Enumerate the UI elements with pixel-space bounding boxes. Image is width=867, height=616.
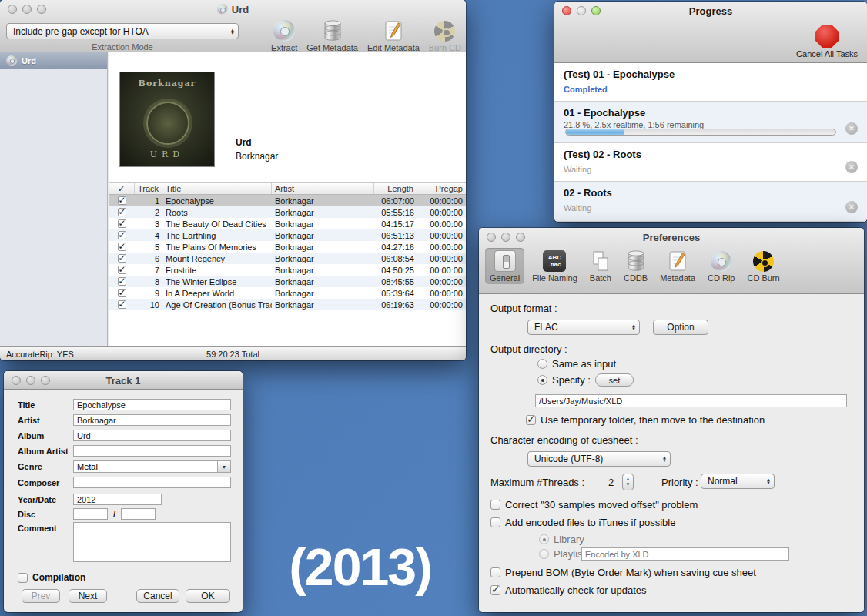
table-row[interactable]: 7 Frostrite Borknagar 04:50:25 00:00:00 <box>109 264 466 276</box>
close-button[interactable] <box>487 233 496 242</box>
compilation-checkbox[interactable]: Compilation <box>18 572 85 583</box>
close-button[interactable] <box>8 5 17 14</box>
year-field[interactable] <box>73 494 162 505</box>
task-item: (Test) 02 - Roots Waiting ✕ <box>554 143 867 182</box>
edit-metadata-button[interactable]: Edit Metadata <box>367 20 420 52</box>
prepend-bom-checkbox[interactable]: Prepend BOM (Byte Order Mark) when savin… <box>490 567 756 578</box>
database-icon <box>323 20 343 42</box>
same-as-input-radio[interactable]: Same as input <box>537 358 616 370</box>
library-radio[interactable]: Library <box>539 534 584 545</box>
disc-number-field[interactable] <box>73 508 108 520</box>
minimize-button[interactable] <box>26 376 35 385</box>
header-length[interactable]: Length <box>374 183 417 194</box>
burn-cd-button[interactable]: Burn CD <box>429 20 461 52</box>
close-button[interactable] <box>12 376 21 385</box>
extraction-mode-popup[interactable]: Include pre-gap except for HTOA ▲▼ <box>6 23 239 39</box>
output-path-field[interactable] <box>535 394 847 407</box>
minimize-button[interactable] <box>577 6 586 15</box>
composer-field[interactable] <box>73 477 231 488</box>
specify-radio[interactable]: Specify : set <box>537 373 634 387</box>
header-check[interactable]: ✓ <box>109 183 135 194</box>
auto-update-checkbox[interactable]: Automatically check for updates <box>490 584 647 596</box>
row-checkbox[interactable] <box>118 208 126 216</box>
table-row[interactable]: 9 In A Deeper World Borknagar 05:39:64 0… <box>109 287 466 299</box>
threads-stepper[interactable]: ▲▼ <box>622 474 634 490</box>
table-row[interactable]: 5 The Plains Of Memories Borknagar 04:27… <box>109 241 466 253</box>
cuesheet-encoding-popup[interactable]: Unicode (UTF-8) ▲▼ <box>527 451 671 467</box>
option-button[interactable]: Option <box>653 320 708 335</box>
sidebar-item-urd[interactable]: Urd <box>0 52 107 69</box>
cancel-button[interactable]: Cancel <box>136 589 179 603</box>
priority-popup[interactable]: Normal ▲▼ <box>701 474 775 489</box>
tab-metadata[interactable]: Metadata <box>655 248 700 284</box>
table-row[interactable]: 1 Epochalypse Borknagar 06:07:00 00:00:0… <box>109 195 466 206</box>
cancel-task-button[interactable]: ✕ <box>845 161 858 173</box>
use-temp-folder-checkbox[interactable]: Use temporary folder, then move to the d… <box>526 414 765 426</box>
tab-batch[interactable]: Batch <box>585 248 616 284</box>
close-button[interactable] <box>562 6 571 15</box>
artist-field[interactable] <box>73 414 231 426</box>
header-track[interactable]: Track <box>135 183 162 194</box>
zoom-button[interactable] <box>516 233 525 242</box>
radiation-icon <box>434 21 455 42</box>
row-checkbox[interactable] <box>118 266 126 274</box>
tab-file-naming[interactable]: ABC.flac File Naming <box>527 248 582 284</box>
row-checkbox[interactable] <box>118 219 126 228</box>
next-button[interactable]: Next <box>69 589 107 603</box>
playlist-radio[interactable]: Playlist <box>539 548 585 560</box>
table-row[interactable]: 8 The Winter Eclipse Borknagar 08:45:55 … <box>109 276 466 287</box>
zoom-button[interactable] <box>591 6 601 15</box>
minimize-button[interactable] <box>22 5 32 14</box>
cancel-all-tasks-button[interactable]: Cancel All Tasks <box>796 25 858 59</box>
cancel-task-button[interactable]: ✕ <box>845 122 858 135</box>
genre-combobox[interactable]: Metal ▼ <box>73 460 231 473</box>
row-checkbox[interactable] <box>118 277 126 286</box>
correct-offset-checkbox[interactable]: Correct "30 samples moved offset" proble… <box>490 499 698 511</box>
add-to-itunes-checkbox[interactable]: Add encoded files to iTunes if possible <box>490 517 675 528</box>
cancel-task-button[interactable]: ✕ <box>845 201 858 213</box>
table-row[interactable]: 6 Mount Regency Borknagar 06:08:54 00:00… <box>109 253 466 264</box>
tab-cd-rip[interactable]: CD Rip <box>703 248 739 284</box>
table-row[interactable]: 3 The Beauty Of Dead Cities Borknagar 04… <box>109 218 466 229</box>
header-artist[interactable]: Artist <box>272 183 374 194</box>
row-checkbox[interactable] <box>118 243 126 251</box>
prefs-titlebar[interactable]: Preferences <box>479 228 864 246</box>
zoom-button[interactable] <box>37 5 46 14</box>
ok-button[interactable]: OK <box>186 589 230 603</box>
progress-titlebar[interactable]: Progress <box>554 2 867 20</box>
tab-cd-burn[interactable]: CD Burn <box>742 248 784 284</box>
header-title[interactable]: Title <box>162 183 272 194</box>
prefs-toolbar: General ABC.flac File Naming Batch CDDB … <box>485 248 785 284</box>
table-row[interactable]: 4 The Earthling Borknagar 06:51:13 00:00… <box>109 229 466 241</box>
album-artist-field[interactable] <box>73 445 231 457</box>
title-field[interactable] <box>73 399 231 410</box>
comment-field[interactable] <box>73 522 231 562</box>
zoom-button[interactable] <box>41 376 50 385</box>
get-metadata-button[interactable]: Get Metadata <box>306 20 358 52</box>
disc-separator: / <box>113 510 115 519</box>
track-titlebar[interactable]: Track 1 <box>4 371 243 390</box>
row-checkbox[interactable] <box>118 289 126 297</box>
tab-cddb[interactable]: CDDB <box>619 248 652 284</box>
extract-button[interactable]: Extract <box>271 20 297 52</box>
row-checkbox[interactable] <box>118 231 126 239</box>
row-checkbox[interactable] <box>118 254 126 263</box>
playlist-name-field[interactable] <box>581 547 789 561</box>
combobox-arrow-icon[interactable]: ▼ <box>217 461 230 472</box>
disc-total-field[interactable] <box>121 508 156 520</box>
output-format-popup[interactable]: FLAC ▲▼ <box>527 320 640 335</box>
header-pregap[interactable]: Pregap <box>417 183 466 194</box>
radio-icon <box>539 549 549 559</box>
table-row[interactable]: 10 Age Of Creation (Bonus Track) Borknag… <box>109 299 466 310</box>
row-checkbox[interactable] <box>118 300 126 309</box>
prev-button[interactable]: Prev <box>22 589 60 603</box>
main-titlebar[interactable]: Urd <box>0 0 466 18</box>
table-header-row[interactable]: ✓ Track Title Artist Length Pregap <box>109 182 466 195</box>
tab-general[interactable]: General <box>485 248 524 284</box>
row-checkbox[interactable] <box>118 196 126 205</box>
progress-window-header: Progress Cancel All Tasks <box>554 2 867 63</box>
album-field[interactable] <box>73 430 231 441</box>
minimize-button[interactable] <box>501 233 510 242</box>
set-button[interactable]: set <box>595 373 634 387</box>
table-row[interactable]: 2 Roots Borknagar 05:55:16 00:00:00 <box>109 206 466 218</box>
